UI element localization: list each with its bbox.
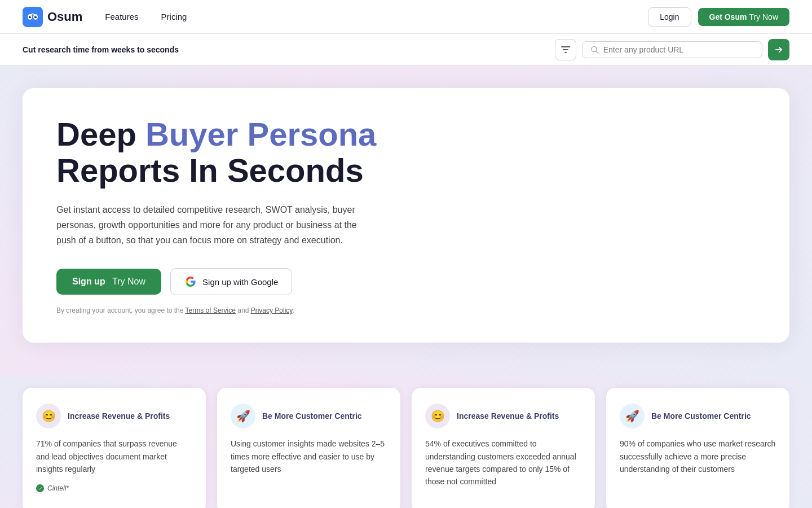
signup-try-label: Try Now <box>112 277 145 287</box>
get-osum-button[interactable]: Get Osum Try Now <box>698 8 790 26</box>
card-source-1: ✓ Cintell* <box>36 484 192 492</box>
hero-description: Get instant access to detailed competiti… <box>56 202 372 248</box>
card-body-4: 90% of companies who use market research… <box>620 437 776 475</box>
svg-line-11 <box>596 51 598 53</box>
card-customer-1: 🚀 Be More Customer Centric Using custome… <box>217 388 400 508</box>
card-revenue-1: 😊 Increase Revenue & Profits 71% of comp… <box>23 388 206 508</box>
card-header-4: 🚀 Be More Customer Centric <box>620 404 776 428</box>
card-header-3: 😊 Increase Revenue & Profits <box>425 404 581 428</box>
get-osum-try: Try Now <box>749 12 778 21</box>
hero-title-rest: Reports In Seconds <box>56 152 364 189</box>
toolbar-bar: Cut research time from weeks to seconds <box>0 34 812 65</box>
search-input-wrap <box>582 41 762 58</box>
privacy-policy-link[interactable]: Privacy Policy <box>251 306 293 314</box>
card-header-2: 🚀 Be More Customer Centric <box>231 404 387 428</box>
rocket-icon-2: 🚀 <box>625 409 639 423</box>
osum-logo-icon <box>23 7 43 27</box>
svg-point-6 <box>36 16 36 16</box>
card-title-4: Be More Customer Centric <box>651 411 751 421</box>
card-body-1: 71% of companies that surpass revenue an… <box>36 437 192 475</box>
login-button[interactable]: Login <box>648 7 691 27</box>
card-icon-1: 😊 <box>36 404 61 428</box>
card-revenue-2: 😊 Increase Revenue & Profits 54% of exec… <box>412 388 595 508</box>
cards-section: 😊 Increase Revenue & Profits 71% of comp… <box>0 376 812 508</box>
card-title-2: Be More Customer Centric <box>262 411 362 421</box>
signup-google-button[interactable]: Sign up with Google <box>170 268 292 295</box>
navbar: Osum Features Pricing Login Get Osum Try… <box>0 0 812 34</box>
filter-icon <box>561 45 570 54</box>
svg-rect-7 <box>561 46 570 47</box>
search-icon <box>590 45 599 54</box>
hero-terms: By creating your account, you agree to t… <box>56 306 756 314</box>
card-title-1: Increase Revenue & Profits <box>68 411 170 421</box>
card-customer-2: 🚀 Be More Customer Centric 90% of compan… <box>606 388 789 508</box>
search-go-button[interactable] <box>768 39 789 60</box>
get-osum-label: Get Osum <box>709 12 747 21</box>
toolbar-right <box>555 39 789 60</box>
card-body-3: 54% of executives committed to understan… <box>425 437 581 488</box>
toolbar-tagline: Cut research time from weeks to seconds <box>23 45 179 54</box>
svg-point-3 <box>29 15 31 17</box>
rocket-icon-1: 🚀 <box>236 409 250 423</box>
nav-right: Login Get Osum Try Now <box>648 7 789 27</box>
logo-text: Osum <box>47 10 82 24</box>
signup-now-button[interactable]: Sign up Try Now <box>56 269 161 295</box>
cards-grid: 😊 Increase Revenue & Profits 71% of comp… <box>23 388 789 508</box>
svg-point-5 <box>30 16 30 16</box>
card-icon-3: 😊 <box>425 404 450 428</box>
source-label-1: Cintell* <box>47 484 69 492</box>
hero-title-accent: Buyer Persona <box>145 116 376 152</box>
svg-point-4 <box>34 15 37 17</box>
source-dot-1: ✓ <box>36 484 44 492</box>
terms-of-service-link[interactable]: Terms of Service <box>186 306 236 314</box>
svg-rect-9 <box>564 52 567 53</box>
nav-link-features[interactable]: Features <box>105 12 138 21</box>
nav-left: Osum Features Pricing <box>23 7 187 27</box>
card-icon-4: 🚀 <box>620 404 645 428</box>
signup-label: Sign up <box>72 277 105 287</box>
smiley-icon-2: 😊 <box>431 409 445 423</box>
google-signup-label: Sign up with Google <box>202 277 278 287</box>
hero-section: Deep Buyer Persona Reports In Seconds Ge… <box>0 65 812 376</box>
hero-buttons: Sign up Try Now Sign up with Google <box>56 268 756 295</box>
card-header-1: 😊 Increase Revenue & Profits <box>36 404 192 428</box>
google-icon <box>184 275 197 288</box>
hero-title-plain: Deep <box>56 116 145 152</box>
hero-card: Deep Buyer Persona Reports In Seconds Ge… <box>23 88 789 343</box>
nav-link-pricing[interactable]: Pricing <box>161 12 187 21</box>
filter-button[interactable] <box>555 39 576 60</box>
card-icon-2: 🚀 <box>231 404 255 428</box>
svg-rect-0 <box>23 7 43 27</box>
nav-logo[interactable]: Osum <box>23 7 82 27</box>
search-input[interactable] <box>603 45 754 54</box>
card-title-3: Increase Revenue & Profits <box>457 411 559 421</box>
arrow-right-icon <box>774 45 783 54</box>
card-body-2: Using customer insights made websites 2–… <box>231 437 387 475</box>
svg-rect-8 <box>563 49 568 50</box>
smiley-icon-1: 😊 <box>42 409 56 423</box>
hero-title: Deep Buyer Persona Reports In Seconds <box>56 116 756 189</box>
